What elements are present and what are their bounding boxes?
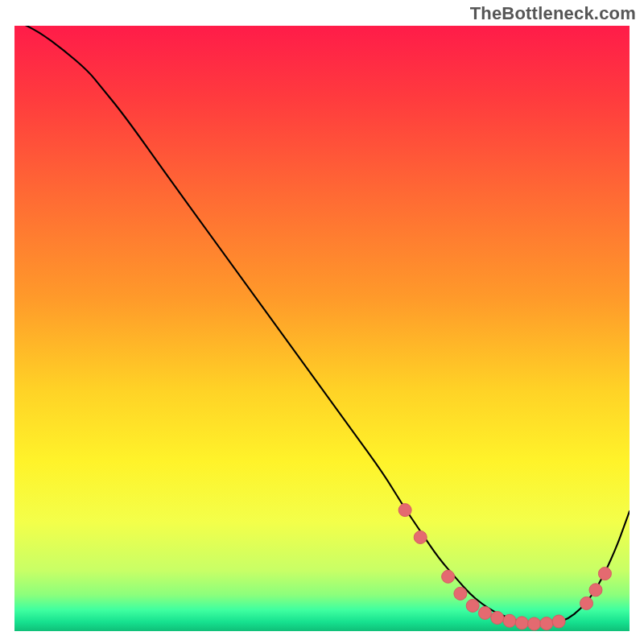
marker-dot [503, 614, 516, 627]
marker-dot [491, 611, 504, 624]
plot-svg [14, 26, 630, 631]
attribution-label: TheBottleneck.com [470, 3, 636, 24]
marker-dot [454, 587, 467, 600]
marker-dot [442, 570, 455, 583]
gradient-background [14, 26, 630, 631]
marker-dot [598, 568, 611, 580]
marker-dot [515, 617, 528, 630]
plot-area [14, 26, 630, 631]
marker-dot [398, 504, 411, 517]
marker-dot [589, 584, 602, 597]
marker-dot [552, 615, 565, 628]
marker-dot [414, 530, 427, 543]
marker-dot [580, 597, 593, 609]
marker-dot [528, 617, 541, 630]
marker-dot [540, 617, 553, 630]
chart-figure: TheBottleneck.com [0, 0, 644, 644]
marker-dot [466, 599, 479, 612]
marker-dot [478, 606, 491, 619]
